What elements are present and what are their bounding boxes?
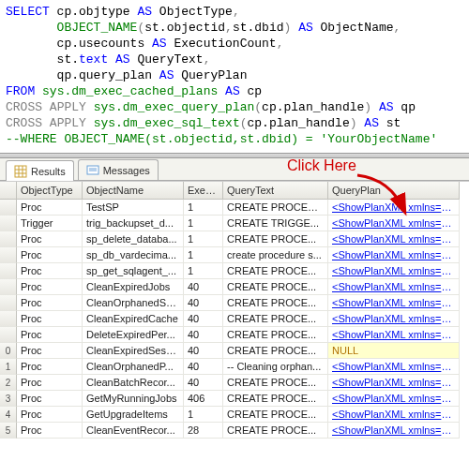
cell-objectname: CleanBatchRecor... <box>83 375 184 391</box>
cell-exec: 28 <box>184 423 223 439</box>
cell-exec: 1 <box>184 263 223 279</box>
cell-querytext: CREATE PROCE... <box>223 295 328 311</box>
header-queryplan[interactable]: QueryPlan <box>328 182 460 200</box>
tab-messages[interactable]: Messages <box>78 159 159 180</box>
cell-objectname: GetMyRunningJobs <box>83 391 184 407</box>
sql-token: , <box>394 21 401 35</box>
results-tabbar: Results Messages <box>0 158 469 181</box>
cell-querytext: CREATE TRIGGE... <box>223 216 328 231</box>
cell-objecttype: Proc <box>17 231 83 247</box>
table-row[interactable]: 5ProcCleanEventRecor...28CREATE PROCE...… <box>0 423 469 439</box>
row-selector[interactable] <box>0 231 17 247</box>
table-row[interactable]: ProcCleanExpiredCache40CREATE PROCE...<S… <box>0 311 469 327</box>
row-selector[interactable] <box>0 263 17 279</box>
sql-token: AS <box>364 116 379 130</box>
cell-exec: 406 <box>184 391 223 407</box>
table-row[interactable]: 2ProcCleanBatchRecor...40CREATE PROCE...… <box>0 375 469 391</box>
tab-messages-label: Messages <box>103 165 150 176</box>
table-row[interactable]: ProcCleanExpiredJobs40CREATE PROCE...<Sh… <box>0 279 469 295</box>
cell-queryplan[interactable]: <ShowPlanXML xmlns="http <box>328 200 460 216</box>
cell-queryplan[interactable]: <ShowPlanXML xmlns="http <box>328 359 460 375</box>
row-selector[interactable] <box>0 311 17 327</box>
sql-token: ExecutionCount <box>167 37 277 51</box>
cell-exec: 40 <box>184 311 223 327</box>
cell-querytext: CREATE PROCE... <box>223 343 328 359</box>
row-selector[interactable]: 4 <box>0 407 17 423</box>
sql-token: AS <box>152 37 167 51</box>
cell-queryplan[interactable]: <ShowPlanXML xmlns="http <box>328 391 460 407</box>
cell-exec: 40 <box>184 327 223 343</box>
row-selector[interactable] <box>0 200 17 216</box>
messages-icon <box>86 164 99 177</box>
cell-queryplan[interactable]: <ShowPlanXML xmlns="http <box>328 279 460 295</box>
sql-token <box>42 116 50 130</box>
cell-objecttype: Proc <box>17 263 83 279</box>
cell-queryplan[interactable]: <ShowPlanXML xmlns="http <box>328 327 460 343</box>
table-row[interactable]: 1ProcCleanOrphanedP...40-- Cleaning orph… <box>0 359 469 375</box>
sql-editor[interactable]: SELECT cp.objtype AS ObjectType, OBJECT_… <box>0 0 469 153</box>
row-selector[interactable]: 5 <box>0 423 17 439</box>
cell-objecttype: Proc <box>17 343 83 359</box>
row-selector[interactable] <box>0 216 17 231</box>
sql-token: AS <box>225 84 240 98</box>
sql-token: FROM <box>6 84 35 98</box>
table-row[interactable]: 0ProcCleanExpiredSess...40CREATE PROCE..… <box>0 343 469 359</box>
sql-token <box>42 100 50 114</box>
row-selector[interactable] <box>0 295 17 311</box>
cell-objecttype: Proc <box>17 359 83 375</box>
sql-token: qp <box>394 100 416 114</box>
cell-queryplan[interactable]: <ShowPlanXML xmlns="http <box>328 247 460 263</box>
sql-token: text <box>79 52 108 67</box>
row-selector[interactable]: 3 <box>0 391 17 407</box>
sql-token: , <box>204 52 211 67</box>
row-selector[interactable]: 2 <box>0 375 17 391</box>
header-objectname[interactable]: ObjectName <box>83 182 184 200</box>
row-selector[interactable] <box>0 247 17 263</box>
cell-querytext: CREATE PROCE... <box>223 423 328 439</box>
cell-querytext: CREATE PROCE... <box>223 327 328 343</box>
cell-exec: 40 <box>184 343 223 359</box>
sql-token: , <box>233 5 240 19</box>
cell-objectname: CleanOrphanedSo... <box>83 295 184 311</box>
table-row[interactable]: ProcCleanOrphanedSo...40CREATE PROCE...<… <box>0 295 469 311</box>
cell-objectname: sp_delete_databa... <box>83 231 184 247</box>
sql-token: cp.usecounts <box>6 37 152 51</box>
cell-exec: 1 <box>184 216 223 231</box>
sql-token: ObjectType <box>152 5 233 19</box>
table-row[interactable]: 4ProcGetUpgradeItems1CREATE PROCE...<Sho… <box>0 407 469 423</box>
cell-queryplan[interactable]: <ShowPlanXML xmlns="http <box>328 375 460 391</box>
table-row[interactable]: ProcTestSP1CREATE PROCED...<ShowPlanXML … <box>0 200 469 216</box>
sql-token: AS <box>115 52 130 67</box>
cell-queryplan[interactable]: <ShowPlanXML xmlns="http <box>328 311 460 327</box>
cell-objecttype: Proc <box>17 391 83 407</box>
header-exec[interactable]: Exec... <box>184 182 223 200</box>
sql-token: qp.query_plan <box>6 68 159 82</box>
table-row[interactable]: Procsp_db_vardecima...1create procedure … <box>0 247 469 263</box>
table-row[interactable]: Triggertrig_backupset_d...1CREATE TRIGGE… <box>0 216 469 231</box>
grid-icon <box>14 165 27 178</box>
sql-token: cp.objtype <box>50 5 138 19</box>
table-row[interactable]: Procsp_get_sqlagent_...1CREATE PROCE...<… <box>0 263 469 279</box>
header-objecttype[interactable]: ObjectType <box>17 182 83 200</box>
header-querytext[interactable]: QueryText <box>223 182 328 200</box>
table-row[interactable]: Procsp_delete_databa...1CREATE PROCE...<… <box>0 231 469 247</box>
table-row[interactable]: 3ProcGetMyRunningJobs406CREATE PROCE...<… <box>0 391 469 407</box>
results-grid[interactable]: ObjectType ObjectName Exec... QueryText … <box>0 181 469 439</box>
sql-token <box>86 116 94 130</box>
table-row[interactable]: ProcDeleteExpiredPer...40CREATE PROCE...… <box>0 327 469 343</box>
sql-token: cp <box>240 84 262 98</box>
cell-queryplan[interactable]: <ShowPlanXML xmlns="http <box>328 423 460 439</box>
cell-queryplan[interactable]: <ShowPlanXML xmlns="http <box>328 263 460 279</box>
tab-results[interactable]: Results <box>6 160 74 181</box>
row-selector[interactable] <box>0 279 17 295</box>
cell-queryplan[interactable]: <ShowPlanXML xmlns="http <box>328 407 460 423</box>
cell-queryplan[interactable]: <ShowPlanXML xmlns="http <box>328 216 460 231</box>
row-selector[interactable] <box>0 327 17 343</box>
cell-queryplan[interactable]: <ShowPlanXML xmlns="http <box>328 231 460 247</box>
cell-queryplan[interactable]: <ShowPlanXML xmlns="http <box>328 295 460 311</box>
sql-token: , <box>225 21 233 35</box>
cell-exec: 40 <box>184 359 223 375</box>
cell-objectname: CleanOrphanedP... <box>83 359 184 375</box>
row-selector[interactable]: 1 <box>0 359 17 375</box>
row-selector[interactable]: 0 <box>0 343 17 359</box>
